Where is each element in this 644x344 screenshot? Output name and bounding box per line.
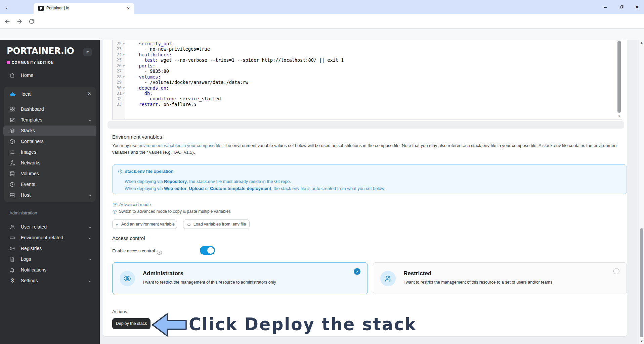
help-question-icon[interactable]: ? (157, 250, 162, 255)
code-line-30[interactable]: depends_on: (128, 85, 344, 91)
code-line-26[interactable]: ports: (128, 63, 344, 68)
fold-marker-icon[interactable]: v (123, 64, 125, 67)
portainer-favicon (38, 6, 44, 11)
line-number: 27 (117, 68, 122, 73)
code-line-22[interactable]: security_opt: (128, 41, 344, 46)
line-number: 32 (117, 96, 122, 101)
environment-header-local[interactable]: local ✕ (4, 89, 96, 100)
stacks-icon (9, 128, 15, 134)
browser-titlebar: ⌄ Portainer | lo ✕ – ✕ (0, 0, 644, 14)
sidebar-item-templates[interactable]: Templates (3, 115, 96, 126)
sidebar-item-host[interactable]: Host (3, 190, 96, 201)
tab-close-icon[interactable]: ✕ (126, 6, 131, 11)
advanced-mode-link[interactable]: Advanced mode (112, 202, 151, 207)
compose-web-editor[interactable]: 22v2324v2526v2728v2930v31v3233 security_… (112, 40, 622, 119)
environments-icon (9, 235, 15, 241)
sidebar-item-logs[interactable]: Logs (3, 254, 96, 265)
sidebar-item-environment-related[interactable]: Environment-related (3, 233, 96, 243)
annotation-text: Click Deploy the stack (189, 312, 417, 338)
line-number: 30 (117, 85, 122, 90)
editor-scroll-down-icon[interactable]: ▼ (617, 114, 621, 118)
code-line-33[interactable]: restart: on-failure:5 (128, 102, 344, 107)
scroll-up-icon[interactable]: ▲ (639, 41, 644, 44)
code-line-23[interactable]: - no-new-privileges=true (128, 46, 344, 52)
code-line-32[interactable]: condition: service_started (128, 96, 344, 101)
window-close-button[interactable]: ✕ (632, 2, 642, 12)
code-line-24[interactable]: healthcheck: (128, 52, 344, 57)
fold-marker-icon[interactable]: v (123, 92, 125, 95)
line-number: 31 (117, 91, 122, 96)
line-number: 22 (117, 41, 122, 46)
events-icon (9, 182, 15, 188)
sidebar-item-dashboard[interactable]: Dashboard (3, 104, 96, 115)
back-icon[interactable] (3, 17, 11, 26)
line-number: 23 (117, 46, 122, 51)
tab-search-icon[interactable]: ⌄ (3, 3, 11, 11)
sidebar-item-containers[interactable]: Containers (3, 136, 96, 147)
dashboard-icon (9, 106, 15, 112)
code-line-29[interactable]: - /volume1/docker/answer/data:/data:rw (128, 80, 344, 85)
code-line-31[interactable]: db: (128, 91, 344, 96)
reload-icon[interactable] (28, 17, 36, 26)
chevron-down-icon[interactable] (88, 225, 92, 230)
actions-heading: Actions (112, 309, 127, 314)
bell-icon (9, 267, 15, 273)
browser-toolbar: Not secure 192.168.1.18:9000/#!/2/docker… (0, 14, 644, 29)
eye-off-icon (120, 271, 135, 286)
environment-close-icon[interactable]: ✕ (88, 91, 91, 96)
chevron-down-icon[interactable] (88, 236, 92, 240)
portainer-app: PORTAINER.iO « COMMUNITY EDITION Home lo… (0, 29, 644, 344)
editor-code[interactable]: security_opt: - no-new-privileges=true h… (125, 40, 344, 107)
networks-icon (9, 160, 15, 166)
forward-icon[interactable] (15, 17, 24, 26)
page-top-strip (0, 29, 644, 40)
code-line-25[interactable]: test: wget --no-verbose --tries=1 --spid… (128, 57, 344, 63)
selected-check-icon (354, 268, 360, 275)
line-number: 29 (117, 80, 122, 85)
sidebar-collapse-button[interactable]: « (83, 48, 92, 56)
deploy-the-stack-button[interactable]: Deploy the stack (112, 318, 151, 329)
sidebar-item-notifications[interactable]: Notifications (3, 265, 96, 276)
access-option-administrators[interactable]: Administrators I want to restrict the ma… (112, 262, 368, 294)
radio-unselected[interactable] (613, 268, 619, 274)
sidebar-item-user-related[interactable]: User-related (3, 222, 96, 233)
fold-marker-icon[interactable]: v (123, 76, 125, 79)
chevron-down-icon[interactable] (88, 118, 92, 122)
fold-marker-icon[interactable]: v (123, 87, 125, 90)
chevron-down-icon[interactable] (88, 257, 92, 262)
page-scrollbar[interactable]: ▲ ▼ (639, 40, 644, 344)
editor-gutter: 22v2324v2526v2728v2930v31v3233 (113, 40, 125, 119)
sidebar-item-settings[interactable]: ⚙Settings (3, 276, 96, 286)
add-env-variable-button[interactable]: +Add an environment variable (112, 219, 177, 229)
scroll-down-icon[interactable]: ▼ (639, 340, 644, 343)
sidebar-item-images[interactable]: Images (3, 147, 96, 158)
sidebar-item-volumes[interactable]: Volumes (3, 168, 96, 179)
fold-marker-icon[interactable]: v (123, 53, 125, 56)
home-icon (9, 72, 15, 79)
portainer-logo: PORTAINER.iO (7, 46, 74, 56)
sidebar-item-home[interactable]: Home (3, 70, 96, 81)
fold-marker-icon[interactable]: v (123, 42, 125, 45)
sidebar-item-registries[interactable]: Registries (3, 243, 96, 254)
advanced-mode-hint: Switch to advanced mode to copy & paste … (112, 209, 231, 214)
sidebar-item-networks[interactable]: Networks (3, 158, 96, 168)
chevron-down-icon[interactable] (88, 279, 92, 283)
containers-icon (9, 139, 15, 145)
browser-tab[interactable]: Portainer | lo ✕ (34, 3, 134, 14)
chevron-down-icon[interactable] (88, 193, 92, 198)
load-env-file-button[interactable]: Load variables from .env file (183, 219, 250, 229)
compose-env-vars-link[interactable]: environment variables in your compose fi… (138, 143, 221, 148)
sidebar-item-events[interactable]: Events (3, 179, 96, 190)
templates-icon (9, 117, 15, 123)
page-scrollbar-thumb[interactable] (640, 228, 643, 337)
code-line-28[interactable]: volumes: (128, 74, 344, 80)
window-restore-button[interactable] (616, 2, 627, 12)
window-minimize-button[interactable]: – (600, 2, 610, 12)
line-number: 24 (117, 52, 122, 57)
editor-bottom-bar (108, 121, 624, 129)
access-control-toggle[interactable] (200, 246, 215, 255)
editor-scrollbar-thumb[interactable] (617, 41, 621, 113)
sidebar-item-stacks[interactable]: Stacks (3, 126, 96, 136)
code-line-27[interactable]: - 9835:80 (128, 68, 344, 74)
access-option-restricted[interactable]: Restricted I want to restrict the manage… (373, 262, 627, 294)
